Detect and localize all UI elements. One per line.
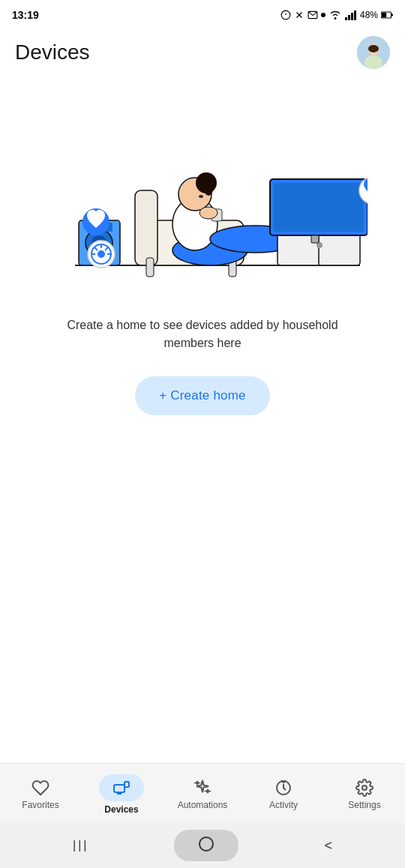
svg-rect-11 [354,10,356,20]
system-nav: ||| < [0,823,405,868]
svg-rect-43 [274,183,364,232]
svg-point-7 [334,17,336,19]
svg-rect-61 [200,837,213,851]
battery-icon [381,11,393,19]
svg-point-18 [368,45,379,52]
status-bar: 13:19 48% [0,0,405,27]
svg-point-49 [98,250,105,258]
svg-point-34 [199,195,203,198]
notification-icon [280,10,291,20]
wifi-icon [328,10,342,20]
avatar[interactable] [357,36,390,69]
sparkles-icon [194,779,212,797]
devices-icon [112,779,130,797]
nav-label-settings: Settings [348,800,380,810]
nav-item-favorites[interactable]: Favorites [14,779,67,810]
nav-label-activity: Activity [269,800,298,810]
svg-rect-56 [124,782,129,787]
description-text: Create a home to see devices added by ho… [45,316,360,352]
nav-label-favorites: Favorites [22,800,58,810]
svg-rect-14 [392,13,393,16]
gear-icon [356,779,374,797]
svg-point-36 [200,207,218,219]
back-button[interactable]: < [324,838,332,854]
svg-point-33 [204,182,213,196]
svg-rect-10 [351,13,353,20]
mail-icon [308,10,318,20]
svg-rect-13 [382,13,386,17]
nav-label-automations: Automations [178,800,228,810]
svg-rect-8 [345,17,347,20]
svg-point-60 [362,786,367,790]
nav-item-devices[interactable]: Devices [95,774,148,815]
svg-rect-26 [135,190,158,265]
nav-item-activity[interactable]: Activity [257,779,310,810]
activity-icon [274,779,292,797]
avatar-image [357,36,390,69]
svg-rect-9 [348,15,350,20]
svg-point-6 [321,13,326,17]
heart-icon [32,779,50,797]
recents-button[interactable]: ||| [73,839,88,852]
nav-label-devices: Devices [104,804,138,815]
page-title: Devices [15,40,90,64]
svg-rect-44 [311,235,319,243]
nav-item-automations[interactable]: Automations [176,779,229,810]
nav-item-settings[interactable]: Settings [338,779,391,810]
bottom-nav: Favorites Devices [0,763,405,823]
status-icons: 48% [280,10,393,20]
svg-rect-55 [114,785,124,792]
battery-text: 48% [360,10,378,20]
main-content: Create a home to see devices added by ho… [0,78,405,415]
header: Devices [0,27,405,78]
svg-rect-27 [146,258,154,277]
signal-icon [345,10,357,20]
x-icon [294,10,304,20]
home-icon [198,836,214,852]
status-time: 13:19 [12,9,39,21]
dot-icon [321,13,326,17]
create-home-button[interactable]: + Create home [135,376,270,415]
home-button[interactable] [174,830,238,861]
illustration [38,93,368,295]
